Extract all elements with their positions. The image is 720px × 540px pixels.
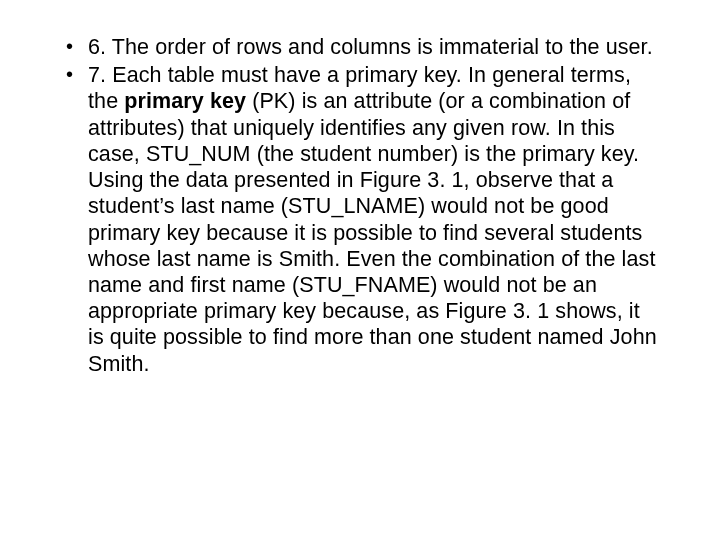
bullet-list: 6. The order of rows and columns is imma… xyxy=(60,34,660,377)
slide-body: 6. The order of rows and columns is imma… xyxy=(0,0,720,540)
bullet-text-b: (PK) is an attribute (or a combination o… xyxy=(88,89,657,375)
bullet-prefix: 6. xyxy=(88,35,112,59)
bullet-bold-term: primary key xyxy=(124,89,252,113)
bullet-prefix: 7. xyxy=(88,63,112,87)
list-item: 6. The order of rows and columns is imma… xyxy=(60,34,660,60)
list-item: 7. Each table must have a primary key. I… xyxy=(60,62,660,377)
bullet-text: The order of rows and columns is immater… xyxy=(112,35,653,59)
